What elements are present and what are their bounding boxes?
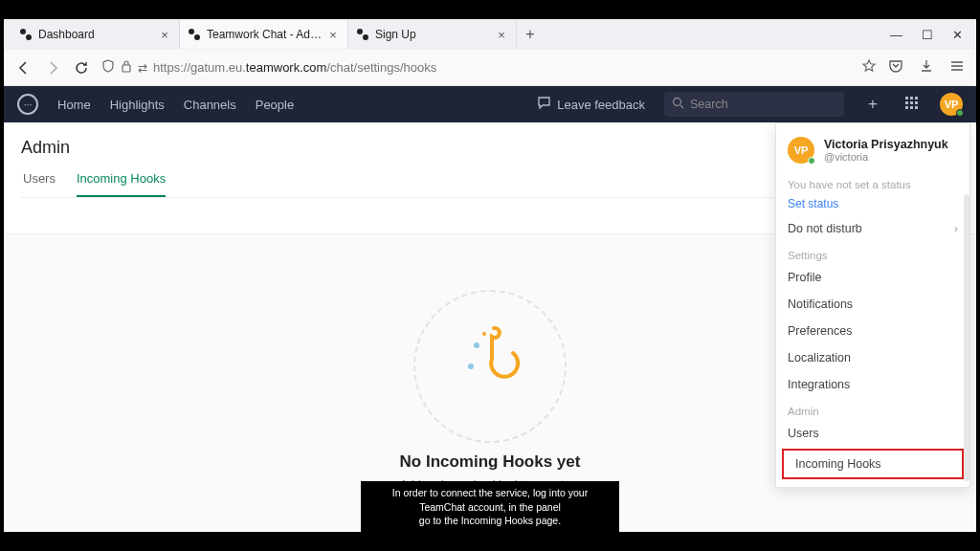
tab-incoming-hooks[interactable]: Incoming Hooks — [77, 171, 166, 197]
tab-label: Teamwork Chat - Admin — [207, 28, 326, 41]
svg-rect-12 — [910, 101, 913, 104]
browser-tab-teamwork[interactable]: Teamwork Chat - Admin × — [180, 20, 348, 49]
set-status-link[interactable]: Set status — [776, 192, 969, 215]
close-icon[interactable]: × — [158, 28, 171, 42]
svg-rect-6 — [122, 65, 130, 72]
tab-users[interactable]: Users — [23, 171, 56, 197]
search-icon — [672, 97, 684, 112]
section-settings: Settings — [776, 242, 969, 264]
leave-feedback-button[interactable]: Leave feedback — [537, 96, 645, 113]
nav-people[interactable]: People — [256, 98, 294, 112]
url-text: https://gatum.eu.teamwork.com/chat/setti… — [153, 60, 436, 75]
svg-rect-15 — [910, 106, 913, 109]
svg-rect-10 — [915, 97, 918, 99]
dnd-item[interactable]: Do not disturb › — [776, 215, 969, 242]
no-status-text: You have not set a status — [776, 173, 969, 192]
avatar-icon: VP — [788, 137, 814, 164]
browser-tabstrip: Dashboard × Teamwork Chat - Admin × Sign… — [4, 19, 976, 50]
shield-icon — [101, 59, 115, 76]
content-area: Admin Users Incoming Hooks Do — [4, 122, 976, 532]
svg-point-1 — [26, 34, 32, 40]
svg-point-7 — [674, 99, 681, 106]
svg-point-20 — [482, 332, 486, 336]
svg-rect-11 — [905, 101, 908, 104]
user-name: Victoria Prisyazhnyuk — [824, 138, 948, 151]
favicon-icon — [188, 28, 201, 41]
svg-rect-9 — [910, 97, 913, 99]
tab-label: Dashboard — [38, 28, 158, 41]
favicon-icon — [19, 28, 33, 41]
svg-point-5 — [363, 34, 368, 40]
back-icon[interactable] — [15, 59, 33, 77]
bookmark-icon[interactable] — [861, 58, 877, 77]
svg-rect-8 — [905, 97, 908, 99]
instruction-tooltip: In order to connect the service, log int… — [361, 481, 619, 532]
svg-rect-13 — [915, 101, 918, 104]
nav-home[interactable]: Home — [57, 98, 91, 112]
chat-icon — [537, 96, 551, 113]
svg-point-3 — [194, 34, 200, 40]
svg-point-2 — [189, 29, 194, 34]
menu-icon[interactable] — [949, 58, 965, 77]
svg-rect-16 — [915, 106, 918, 109]
new-tab-button[interactable]: + — [517, 26, 544, 43]
browser-tab-signup[interactable]: Sign Up × — [348, 20, 517, 49]
maximize-icon[interactable]: ☐ — [922, 28, 933, 42]
svg-point-4 — [357, 29, 363, 34]
item-profile[interactable]: Profile — [776, 264, 969, 291]
forward-icon[interactable] — [44, 59, 61, 77]
svg-rect-14 — [905, 106, 908, 109]
item-localization[interactable]: Localization — [776, 344, 969, 371]
search-placeholder: Search — [690, 98, 728, 111]
item-notifications[interactable]: Notifications — [776, 291, 969, 318]
empty-illustration-icon — [413, 290, 567, 443]
user-avatar[interactable]: VP — [940, 93, 963, 116]
dropdown-user-row: VP Victoria Prisyazhnyuk @victoria — [776, 133, 969, 173]
close-window-icon[interactable]: ✕ — [952, 28, 963, 42]
favicon-icon — [356, 28, 369, 41]
user-handle: @victoria — [824, 151, 948, 163]
search-input[interactable]: Search — [664, 92, 844, 117]
browser-tab-dashboard[interactable]: Dashboard × — [11, 20, 180, 49]
close-icon[interactable]: × — [495, 28, 508, 42]
nav-channels[interactable]: Channels — [184, 98, 236, 112]
reload-icon[interactable] — [73, 59, 90, 77]
app-logo-icon[interactable]: ··· — [17, 94, 38, 115]
permissions-icon: ⇄ — [138, 61, 147, 75]
svg-point-18 — [474, 342, 479, 348]
item-integrations[interactable]: Integrations — [776, 371, 969, 398]
svg-point-19 — [468, 364, 474, 369]
item-admin-incoming-hooks[interactable]: Incoming Hooks — [782, 449, 964, 479]
browser-window: Dashboard × Teamwork Chat - Admin × Sign… — [4, 19, 976, 532]
section-admin: Admin — [776, 398, 969, 420]
downloads-icon[interactable] — [919, 58, 934, 77]
lock-icon — [121, 59, 132, 76]
svg-point-0 — [20, 29, 26, 34]
user-dropdown: VP Victoria Prisyazhnyuk @victoria You h… — [775, 122, 970, 488]
address-bar[interactable]: ⇄ https://gatum.eu.teamwork.com/chat/set… — [101, 58, 877, 77]
plus-icon[interactable]: + — [863, 95, 882, 114]
presence-dot-icon — [956, 109, 964, 117]
tab-label: Sign Up — [375, 28, 495, 41]
browser-toolbar: ⇄ https://gatum.eu.teamwork.com/chat/set… — [4, 50, 976, 86]
chevron-right-icon: › — [954, 222, 958, 235]
close-icon[interactable]: × — [326, 28, 340, 42]
apps-grid-icon[interactable] — [902, 96, 921, 113]
app-header: ··· Home Highlights Channels People Leav… — [4, 86, 976, 122]
item-admin-users[interactable]: Users — [776, 420, 969, 447]
toolbar-right — [888, 58, 965, 77]
scrollbar[interactable] — [964, 194, 969, 481]
pocket-icon[interactable] — [888, 58, 903, 77]
minimize-icon[interactable]: — — [890, 28, 902, 42]
nav-highlights[interactable]: Highlights — [110, 98, 165, 112]
window-controls: — ☐ ✕ — [890, 28, 976, 42]
item-preferences[interactable]: Preferences — [776, 318, 969, 344]
